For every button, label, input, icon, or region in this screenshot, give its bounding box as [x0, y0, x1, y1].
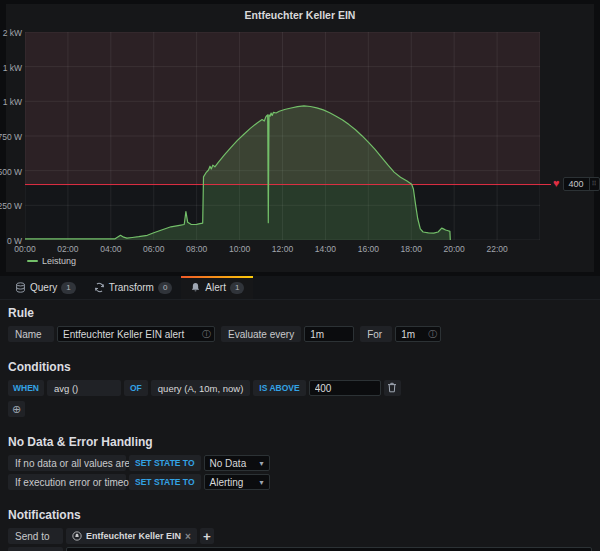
selected-value: Alerting [210, 477, 244, 488]
tab-label: Alert [205, 282, 226, 293]
y-tick-label: 1 kW [3, 97, 22, 107]
name-label: Name [8, 326, 54, 342]
x-tick-label: 14:00 [311, 244, 339, 254]
active-tab-indicator [181, 276, 253, 278]
threshold-line-extension [540, 184, 551, 185]
evaluate-every-input[interactable] [304, 326, 354, 342]
tab-count-badge: 0 [158, 282, 172, 294]
alert-tab-content: Rule Name ⓘ Evaluate every For ⓘ Conditi… [0, 300, 600, 551]
alert-threshold-handle[interactable]: ♥ 400 ⠿ [553, 177, 600, 191]
panel-edit-pane: Query 1 Transform 0 [0, 276, 600, 551]
database-icon [15, 282, 26, 293]
add-channel-button[interactable]: + [200, 528, 214, 544]
error-label: If execution error or timeout [8, 474, 126, 490]
when-keyword[interactable]: WHEN [8, 380, 44, 396]
x-tick-label: 04:00 [97, 244, 125, 254]
no-data-section: No Data & Error Handling If no data or a… [8, 435, 592, 490]
series-color-swatch [27, 260, 38, 262]
tab-query[interactable]: Query 1 [6, 276, 85, 299]
selected-value: No Data [210, 458, 247, 469]
notification-message-textarea[interactable] [66, 547, 592, 551]
info-icon: ⓘ [202, 328, 211, 340]
x-tick-label: 12:00 [269, 244, 297, 254]
chevron-down-icon: ▾ [260, 459, 264, 468]
condition-value-input[interactable] [309, 380, 381, 396]
x-tick-label: 06:00 [140, 244, 168, 254]
tab-label: Query [30, 282, 57, 293]
channel-bell-icon [72, 531, 82, 541]
notifications-section: Notifications Send to Entfeuchter Keller… [8, 508, 592, 551]
x-tick-label: 10:00 [226, 244, 254, 254]
conditions-heading: Conditions [8, 360, 592, 374]
time-series-chart [25, 32, 540, 240]
conditions-section: Conditions WHEN avg () OF query (A, 10m,… [8, 360, 592, 417]
evaluate-every-label: Evaluate every [221, 326, 301, 342]
notifications-heading: Notifications [8, 508, 592, 522]
plus-circle-icon: ⊕ [12, 403, 21, 416]
of-keyword: OF [124, 380, 148, 396]
rule-section: Rule Name ⓘ Evaluate every For ⓘ [8, 306, 592, 342]
trash-icon [387, 381, 397, 396]
chart-panel: Entfeuchter Keller EIN 2 kW1 kW1 kW750 W… [6, 4, 594, 272]
x-tick-label: 20:00 [440, 244, 468, 254]
add-condition-button[interactable]: ⊕ [8, 401, 25, 417]
delete-condition-button[interactable] [384, 380, 401, 396]
threshold-value: 400 [564, 179, 589, 189]
send-to-label: Send to [8, 528, 63, 544]
legend[interactable]: Leistung [27, 256, 76, 266]
x-tick-label: 16:00 [354, 244, 382, 254]
query-part-dropdown[interactable]: query (A, 10m, now) [151, 380, 251, 396]
tab-bar: Query 1 Transform 0 [0, 276, 600, 300]
x-tick-label: 02:00 [54, 244, 82, 254]
info-icon: ⓘ [428, 328, 437, 340]
tab-count-badge: 1 [61, 282, 75, 294]
threshold-value-box[interactable]: 400 ⠿ [563, 177, 600, 191]
drag-grip-icon[interactable]: ⠿ [589, 178, 599, 190]
series-legend-label[interactable]: Leistung [42, 256, 76, 266]
no-data-heading: No Data & Error Handling [8, 435, 592, 449]
no-data-state-select[interactable]: No Data ▾ [204, 455, 270, 471]
error-state-select[interactable]: Alerting ▾ [204, 474, 270, 490]
panel-title: Entfeuchter Keller EIN [6, 9, 594, 21]
y-tick-label: 500 W [0, 167, 22, 177]
tab-transform[interactable]: Transform 0 [85, 276, 182, 299]
close-icon[interactable]: × [185, 531, 191, 542]
heart-icon: ♥ [553, 177, 560, 190]
aggregation-dropdown[interactable]: avg () [47, 380, 121, 396]
no-data-label: If no data or all values are null [8, 455, 126, 471]
plus-icon: + [203, 529, 211, 544]
chevron-down-icon: ▾ [260, 478, 264, 487]
y-tick-label: 2 kW [3, 28, 22, 38]
set-state-to-keyword: SET STATE TO [129, 455, 201, 471]
set-state-to-keyword: SET STATE TO [129, 474, 201, 490]
for-label: For [360, 326, 392, 342]
tab-alert[interactable]: Alert 1 [181, 276, 253, 299]
channel-name: Entfeuchter Keller EIN [86, 531, 181, 541]
alert-name-input[interactable] [57, 326, 215, 342]
y-tick-label: 1 kW [3, 63, 22, 73]
notification-channel-chip[interactable]: Entfeuchter Keller EIN × [66, 528, 197, 544]
x-tick-label: 18:00 [397, 244, 425, 254]
y-tick-label: 750 W [0, 132, 22, 142]
transform-icon [94, 282, 105, 293]
x-tick-label: 08:00 [183, 244, 211, 254]
y-tick-label: 250 W [0, 201, 22, 211]
tab-label: Transform [109, 282, 154, 293]
bell-icon [190, 282, 201, 293]
operator-dropdown[interactable]: IS ABOVE [253, 380, 305, 396]
rule-heading: Rule [8, 306, 592, 320]
x-tick-label: 00:00 [11, 244, 39, 254]
tab-count-badge: 1 [230, 282, 244, 294]
message-label: Message [8, 547, 63, 551]
x-tick-label: 22:00 [483, 244, 511, 254]
